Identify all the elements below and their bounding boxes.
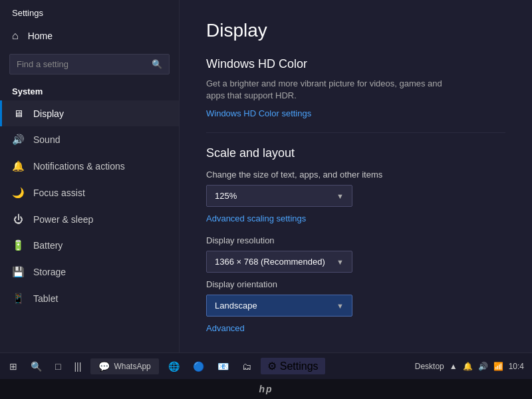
resolution-label: Display resolution xyxy=(206,235,505,245)
taskbar-browser-icon[interactable]: 🌐 xyxy=(164,358,184,374)
taskbar-search-icon[interactable]: 🔍 xyxy=(27,358,46,374)
sidebar-home-label: Home xyxy=(28,31,53,41)
tablet-icon: 📱 xyxy=(12,293,24,305)
taskbar-whatsapp[interactable]: 💬 WhatsApp xyxy=(90,358,158,374)
orientation-value: Landscape xyxy=(215,301,257,311)
hd-color-title: Windows HD Color xyxy=(206,57,505,71)
battery-icon: 🔋 xyxy=(12,239,24,251)
size-value: 125% xyxy=(215,191,237,201)
taskbar-chrome-icon[interactable]: 🔵 xyxy=(189,358,208,374)
resolution-dropdown[interactable]: 1366 × 768 (Recommended) ▼ xyxy=(206,251,352,273)
focus-icon: 🌙 xyxy=(12,187,24,199)
hp-logo: hp xyxy=(259,384,273,394)
search-input[interactable] xyxy=(10,55,145,74)
page-title: Display xyxy=(206,20,505,41)
sidebar-item-display[interactable]: 🖥 Display xyxy=(0,100,179,126)
resolution-dropdown-chevron: ▼ xyxy=(336,258,344,266)
orientation-dropdown-chevron: ▼ xyxy=(336,302,344,310)
advanced-display-link[interactable]: Advanced xyxy=(206,323,505,333)
taskbar-desktop-label: Desktop xyxy=(415,362,444,371)
size-dropdown-chevron: ▼ xyxy=(336,192,344,200)
resolution-value: 1366 × 768 (Recommended) xyxy=(215,257,325,267)
whatsapp-icon: 💬 xyxy=(98,361,110,372)
taskbar-network-icon[interactable]: 🔔 xyxy=(463,362,473,371)
taskbar: ⊞ 🔍 □ ||| 💬 WhatsApp 🌐 🔵 📧 🗂 ⚙ Settings … xyxy=(0,352,532,379)
sidebar-item-notifications[interactable]: 🔔 Notifications & actions xyxy=(0,153,179,180)
settings-title: Settings xyxy=(0,0,179,23)
sidebar: Settings ⌂ Home 🔍 System 🖥 Display 🔊 Sou… xyxy=(0,0,180,379)
size-dropdown[interactable]: 125% ▼ xyxy=(206,185,352,207)
sidebar-item-battery-label: Battery xyxy=(33,240,63,251)
taskbar-up-icon[interactable]: ▲ xyxy=(450,362,458,371)
sidebar-item-focus-label: Focus assist xyxy=(33,188,85,198)
taskbar-settings-icon: ⚙ xyxy=(267,360,277,372)
sidebar-item-power[interactable]: ⏻ Power & sleep xyxy=(0,206,179,232)
taskbar-settings-label: Settings xyxy=(280,360,319,372)
sidebar-item-tablet-label: Tablet xyxy=(33,293,58,304)
main-content: Display Windows HD Color Get a brighter … xyxy=(180,0,532,379)
size-label: Change the size of text, apps, and other… xyxy=(206,170,505,180)
taskbar-wifi-icon[interactable]: 📶 xyxy=(493,362,503,371)
section-divider xyxy=(206,132,505,133)
sidebar-item-notifications-label: Notifications & actions xyxy=(33,161,125,172)
sidebar-item-storage[interactable]: 💾 Storage xyxy=(0,259,179,285)
system-label: System xyxy=(0,80,179,100)
sidebar-item-battery[interactable]: 🔋 Battery xyxy=(0,232,179,259)
taskbar-settings-button[interactable]: ⚙ Settings xyxy=(261,358,325,374)
sidebar-item-sound-label: Sound xyxy=(33,134,60,145)
home-icon: ⌂ xyxy=(12,30,19,42)
taskbar-left: ⊞ 🔍 □ ||| 💬 WhatsApp 🌐 🔵 📧 🗂 ⚙ Settings xyxy=(0,358,331,374)
orientation-label: Display orientation xyxy=(206,279,505,289)
scale-layout-title: Scale and layout xyxy=(206,146,505,160)
display-icon: 🖥 xyxy=(12,108,24,119)
storage-icon: 💾 xyxy=(12,266,24,278)
sidebar-item-power-label: Power & sleep xyxy=(33,214,93,225)
sidebar-item-tablet[interactable]: 📱 Tablet xyxy=(0,285,179,312)
start-button[interactable]: ⊞ xyxy=(5,358,21,374)
sidebar-item-sound[interactable]: 🔊 Sound xyxy=(0,126,179,153)
taskbar-volume-icon[interactable]: 🔊 xyxy=(478,362,488,371)
hp-bar: hp xyxy=(0,379,532,399)
orientation-dropdown[interactable]: Landscape ▼ xyxy=(206,295,352,317)
hd-color-description: Get a brighter and more vibrant picture … xyxy=(206,78,459,102)
whatsapp-label: WhatsApp xyxy=(114,362,150,371)
search-icon: 🔍 xyxy=(145,55,169,73)
sidebar-item-home[interactable]: ⌂ Home xyxy=(0,23,179,49)
taskbar-mail-icon[interactable]: 📧 xyxy=(213,358,233,374)
sidebar-item-storage-label: Storage xyxy=(33,267,66,277)
taskbar-apps-icon[interactable]: ||| xyxy=(70,358,85,374)
search-box[interactable]: 🔍 xyxy=(9,54,170,74)
power-icon: ⏻ xyxy=(12,213,24,225)
hd-color-link[interactable]: Windows HD Color settings xyxy=(206,108,311,118)
sidebar-item-focus[interactable]: 🌙 Focus assist xyxy=(0,180,179,206)
notifications-icon: 🔔 xyxy=(12,160,24,172)
taskbar-task-view-icon[interactable]: □ xyxy=(51,358,65,374)
taskbar-right: Desktop ▲ 🔔 🔊 📶 10:4 xyxy=(407,362,532,371)
sidebar-item-display-label: Display xyxy=(33,108,64,119)
taskbar-time: 10:4 xyxy=(509,362,524,371)
taskbar-folder-icon[interactable]: 🗂 xyxy=(238,358,255,374)
sound-icon: 🔊 xyxy=(12,134,24,146)
advanced-scaling-link[interactable]: Advanced scaling settings xyxy=(206,213,505,223)
